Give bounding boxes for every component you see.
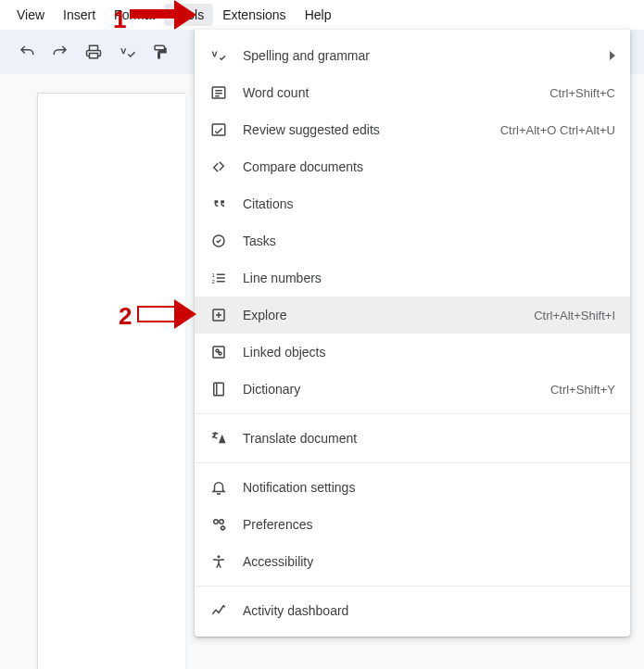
menu-item-label: Translate document: [243, 431, 615, 446]
dictionary-icon: [209, 380, 228, 398]
menu-item-label: Spelling and grammar: [243, 48, 599, 63]
menu-item-label: Linked objects: [243, 345, 615, 360]
menu-format[interactable]: Format: [105, 4, 164, 26]
menu-item-label: Line numbers: [243, 271, 615, 285]
review-edits-icon: [209, 120, 228, 139]
word-count-icon: [209, 83, 228, 102]
print-button[interactable]: [83, 42, 104, 62]
menu-item-citations[interactable]: Citations: [195, 185, 630, 222]
svg-text:2: 2: [212, 279, 216, 284]
menu-item-notification-settings[interactable]: Notification settings: [195, 469, 630, 506]
menu-item-dictionary[interactable]: Dictionary Ctrl+Shift+Y: [195, 371, 630, 408]
submenu-arrow-icon: [610, 51, 615, 60]
menu-item-tasks[interactable]: Tasks: [195, 222, 630, 259]
svg-line-15: [218, 351, 220, 353]
menu-item-label: Review suggested edits: [243, 122, 489, 137]
paint-format-icon: [152, 44, 169, 60]
redo-button[interactable]: [50, 42, 70, 62]
menu-item-word-count[interactable]: Word count Ctrl+Shift+C: [195, 74, 630, 111]
print-icon: [85, 44, 102, 60]
menu-item-label: Notification settings: [243, 480, 615, 495]
spellcheck-button[interactable]: [117, 42, 137, 62]
tasks-icon: [209, 232, 228, 250]
menu-item-label: Preferences: [243, 517, 615, 532]
menu-item-label: Word count: [243, 85, 538, 100]
undo-button[interactable]: [17, 42, 37, 62]
document-page[interactable]: [37, 93, 185, 669]
svg-point-19: [220, 520, 224, 524]
line-numbers-icon: 12: [209, 269, 228, 287]
menu-label: Insert: [63, 7, 95, 22]
menu-item-linked-objects[interactable]: Linked objects: [195, 334, 630, 371]
menu-label: View: [17, 7, 44, 22]
compare-docs-icon: [209, 158, 228, 176]
svg-point-21: [218, 555, 221, 558]
notification-icon: [209, 478, 228, 497]
menu-item-compare-documents[interactable]: Compare documents: [195, 148, 630, 185]
paint-format-button[interactable]: [150, 42, 170, 62]
menu-label: Tools: [173, 7, 204, 22]
svg-rect-16: [214, 383, 224, 396]
menu-item-line-numbers[interactable]: 12 Line numbers: [195, 259, 630, 297]
menu-item-review-suggested-edits[interactable]: Review suggested edits Ctrl+Alt+O Ctrl+A…: [195, 111, 630, 148]
menu-item-label: Tasks: [243, 234, 615, 248]
menu-item-label: Activity dashboard: [243, 603, 615, 618]
menu-tools[interactable]: Tools: [164, 4, 213, 26]
svg-rect-4: [212, 124, 225, 135]
menu-item-shortcut: Ctrl+Shift+Y: [550, 383, 615, 397]
redo-icon: [52, 44, 69, 60]
menu-item-spelling-grammar[interactable]: Spelling and grammar: [195, 37, 630, 74]
spellcheck-icon: [209, 46, 228, 65]
explore-icon: [209, 306, 228, 324]
undo-icon: [19, 44, 35, 60]
menu-separator: [195, 462, 630, 463]
activity-dashboard-icon: [209, 601, 228, 620]
menu-item-translate-document[interactable]: Translate document: [195, 420, 630, 457]
menu-insert[interactable]: Insert: [54, 4, 105, 26]
menu-item-activity-dashboard[interactable]: Activity dashboard: [195, 592, 630, 629]
menu-label: Format: [114, 7, 155, 22]
menu-item-shortcut: Ctrl+Alt+Shift+I: [534, 309, 615, 322]
svg-point-18: [214, 520, 219, 524]
spellcheck-icon: [119, 44, 135, 60]
menu-view[interactable]: View: [7, 4, 54, 26]
menu-item-shortcut: Ctrl+Shift+C: [549, 86, 615, 100]
menu-extensions[interactable]: Extensions: [213, 4, 295, 26]
menu-item-label: Compare documents: [243, 159, 615, 174]
menu-label: Help: [305, 7, 332, 22]
menu-item-label: Citations: [243, 196, 615, 211]
tools-dropdown: Spelling and grammar Word count Ctrl+Shi…: [195, 30, 630, 637]
svg-text:1: 1: [212, 272, 216, 278]
preferences-icon: [209, 515, 228, 534]
menu-item-accessibility[interactable]: Accessibility: [195, 543, 630, 580]
menu-separator: [195, 413, 630, 414]
menu-item-explore[interactable]: Explore Ctrl+Alt+Shift+I: [195, 297, 630, 334]
menu-item-preferences[interactable]: Preferences: [195, 506, 630, 543]
citations-icon: [209, 195, 228, 213]
svg-point-20: [221, 526, 225, 530]
menu-item-label: Accessibility: [243, 554, 615, 569]
menu-item-shortcut: Ctrl+Alt+O Ctrl+Alt+U: [500, 123, 615, 137]
menu-help[interactable]: Help: [296, 4, 341, 26]
menu-item-label: Explore: [243, 308, 523, 322]
menu-item-label: Dictionary: [243, 382, 539, 397]
linked-objects-icon: [209, 343, 228, 361]
accessibility-icon: [209, 552, 228, 571]
menu-separator: [195, 586, 630, 587]
menubar: View Insert Format Tools Extensions Help: [0, 0, 644, 30]
menu-label: Extensions: [222, 7, 285, 22]
translate-icon: [209, 429, 228, 448]
